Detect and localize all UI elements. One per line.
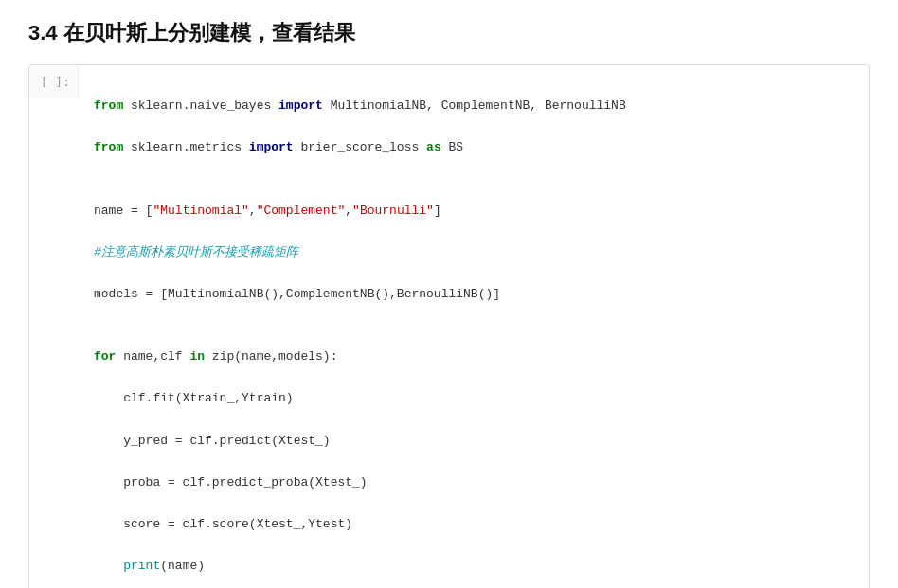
cell-code[interactable]: from sklearn.naive_bayes import Multinom…	[79, 65, 869, 588]
notebook-cell: [ ]: from sklearn.naive_bayes import Mul…	[28, 64, 870, 588]
section-title: 3.4 在贝叶斯上分别建模，查看结果	[28, 19, 870, 47]
cell-gutter: [ ]:	[29, 65, 79, 98]
page: 3.4 在贝叶斯上分别建模，查看结果 [ ]: from sklearn.nai…	[0, 0, 898, 588]
